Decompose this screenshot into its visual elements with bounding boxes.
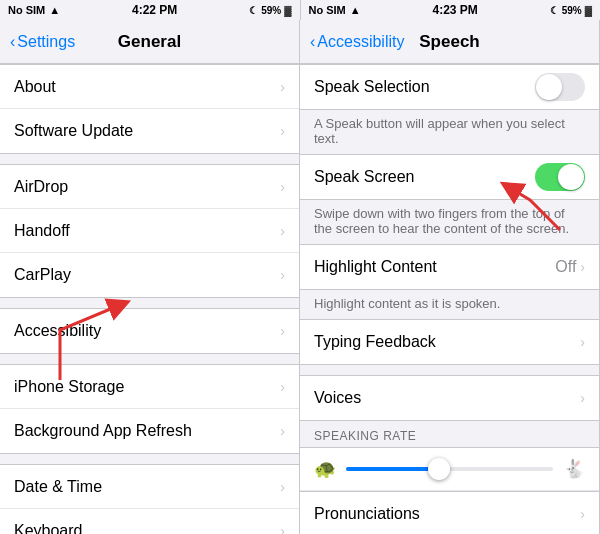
chevron-right-icon: › — [580, 259, 585, 275]
right-nav-back[interactable]: ‹ Accessibility — [310, 33, 404, 51]
right-battery-icon: ▓ — [585, 5, 592, 16]
list-item[interactable]: CarPlay › — [0, 253, 299, 297]
speaking-rate-slider-row: 🐢 🐇 — [300, 448, 599, 491]
right-back-label: Accessibility — [317, 33, 404, 51]
right-carrier: No SIM — [309, 4, 346, 16]
list-item[interactable]: About › — [0, 65, 299, 109]
left-battery: 59% — [261, 5, 281, 16]
left-nav-title: General — [118, 32, 181, 52]
left-back-label: Settings — [17, 33, 75, 51]
chevron-right-icon: › — [280, 323, 285, 339]
chevron-right-icon: › — [280, 523, 285, 534]
speak-selection-toggle[interactable] — [535, 73, 585, 101]
typing-feedback-row[interactable]: Typing Feedback › — [300, 320, 599, 364]
highlight-content-label: Highlight Content — [314, 258, 555, 276]
left-nav-back[interactable]: ‹ Settings — [10, 33, 75, 51]
speaking-rate-track — [346, 467, 553, 471]
right-time: 4:23 PM — [433, 3, 478, 17]
list-item[interactable]: Software Update › — [0, 109, 299, 153]
left-panel-content: About › Software Update › AirDrop › Hand… — [0, 64, 299, 534]
settings-group-5: Date & Time › Keyboard › — [0, 464, 299, 534]
right-battery: 59% — [562, 5, 582, 16]
speak-screen-row: Speak Screen — [300, 155, 599, 199]
speak-selection-group: Speak Selection — [300, 64, 599, 110]
slow-speed-icon: 🐢 — [314, 458, 336, 480]
carplay-label: CarPlay — [14, 266, 280, 284]
keyboard-label: Keyboard — [14, 522, 280, 534]
pronunciations-row[interactable]: Pronunciations › — [300, 492, 599, 534]
speaking-rate-thumb[interactable] — [428, 458, 450, 480]
airdrop-label: AirDrop — [14, 178, 280, 196]
typing-feedback-label: Typing Feedback — [314, 333, 580, 351]
voices-row[interactable]: Voices › — [300, 376, 599, 420]
chevron-right-icon: › — [580, 334, 585, 350]
speak-selection-row: Speak Selection — [300, 65, 599, 109]
background-app-refresh-label: Background App Refresh — [14, 422, 280, 440]
settings-group-3: Accessibility › — [0, 308, 299, 354]
right-panel: ‹ Accessibility Speech Speak Selection A… — [300, 20, 600, 534]
chevron-right-icon: › — [280, 267, 285, 283]
pronunciations-label: Pronunciations — [314, 505, 580, 523]
typing-feedback-group: Typing Feedback › — [300, 320, 599, 365]
list-item[interactable]: AirDrop › — [0, 165, 299, 209]
speak-screen-label: Speak Screen — [314, 168, 535, 186]
pronunciations-group: Pronunciations › — [300, 492, 599, 534]
date-time-label: Date & Time — [14, 478, 280, 496]
speak-screen-toggle[interactable] — [535, 163, 585, 191]
left-panel: ‹ Settings General About › Software Upda… — [0, 20, 300, 534]
highlight-content-row[interactable]: Highlight Content Off › — [300, 245, 599, 289]
left-time: 4:22 PM — [132, 3, 177, 17]
right-nav-header: ‹ Accessibility Speech — [300, 20, 599, 64]
accessibility-label: Accessibility — [14, 322, 280, 340]
chevron-right-icon: › — [280, 223, 285, 239]
left-status-bar: No SIM ▲ 4:22 PM ☾ 59% ▓ — [0, 0, 300, 20]
speak-selection-description: A Speak button will appear when you sele… — [300, 110, 599, 155]
highlight-content-group: Highlight Content Off › — [300, 245, 599, 290]
speak-screen-description: Swipe down with two fingers from the top… — [300, 200, 599, 245]
highlight-content-description: Highlight content as it is spoken. — [300, 290, 599, 320]
settings-group-1: About › Software Update › — [0, 64, 299, 154]
chevron-right-icon: › — [580, 390, 585, 406]
left-moon-icon: ☾ — [249, 5, 258, 16]
voices-label: Voices — [314, 389, 580, 407]
chevron-right-icon: › — [580, 506, 585, 522]
handoff-label: Handoff — [14, 222, 280, 240]
speak-selection-label: Speak Selection — [314, 78, 535, 96]
chevron-right-icon: › — [280, 179, 285, 195]
fast-speed-icon: 🐇 — [563, 458, 585, 480]
list-item[interactable]: iPhone Storage › — [0, 365, 299, 409]
list-item[interactable]: Handoff › — [0, 209, 299, 253]
chevron-right-icon: › — [280, 79, 285, 95]
right-nav-title: Speech — [419, 32, 479, 52]
list-item[interactable]: Background App Refresh › — [0, 409, 299, 453]
right-moon-icon: ☾ — [550, 5, 559, 16]
left-nav-header: ‹ Settings General — [0, 20, 299, 64]
highlight-content-value: Off — [555, 258, 576, 276]
settings-group-2: AirDrop › Handoff › CarPlay › — [0, 164, 299, 298]
iphone-storage-label: iPhone Storage — [14, 378, 280, 396]
list-item[interactable]: Date & Time › — [0, 465, 299, 509]
left-carrier: No SIM — [8, 4, 45, 16]
right-panel-content: Speak Selection A Speak button will appe… — [300, 64, 599, 534]
back-chevron-icon: ‹ — [10, 33, 15, 51]
speaking-rate-header: SPEAKING RATE — [300, 421, 599, 447]
chevron-right-icon: › — [280, 479, 285, 495]
right-wifi-icon: ▲ — [350, 4, 361, 16]
about-label: About — [14, 78, 280, 96]
back-chevron-icon: ‹ — [310, 33, 315, 51]
right-status-bar: No SIM ▲ 4:23 PM ☾ 59% ▓ — [300, 0, 601, 20]
settings-group-4: iPhone Storage › Background App Refresh … — [0, 364, 299, 454]
voices-group: Voices › — [300, 375, 599, 421]
left-battery-icon: ▓ — [284, 5, 291, 16]
speak-screen-group: Speak Screen — [300, 155, 599, 200]
speaking-rate-group: 🐢 🐇 — [300, 447, 599, 492]
list-item[interactable]: Keyboard › — [0, 509, 299, 534]
software-update-label: Software Update — [14, 122, 280, 140]
chevron-right-icon: › — [280, 379, 285, 395]
chevron-right-icon: › — [280, 423, 285, 439]
speaking-rate-fill — [346, 467, 439, 471]
chevron-right-icon: › — [280, 123, 285, 139]
left-wifi-icon: ▲ — [49, 4, 60, 16]
list-item[interactable]: Accessibility › — [0, 309, 299, 353]
